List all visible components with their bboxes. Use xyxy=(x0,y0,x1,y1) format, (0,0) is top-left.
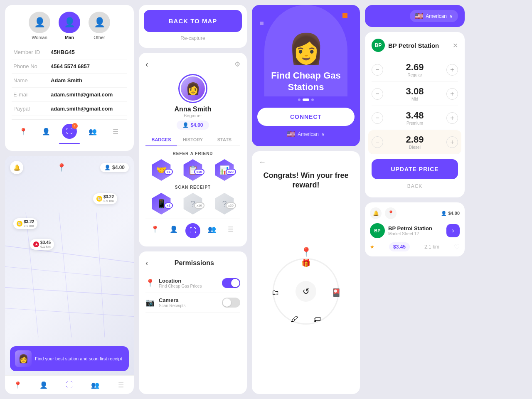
diesel-minus[interactable]: − xyxy=(372,136,383,148)
bsc-bell-icon[interactable]: 🔔 xyxy=(370,207,382,219)
hero-title: Find Cheap Gas Stations xyxy=(252,70,360,94)
column-3: 👩 Find Cheap Gas Stations CONNECT 🇺🇸 Ame… xyxy=(252,5,360,394)
map-nav-location[interactable]: 📍 xyxy=(10,379,25,391)
congrats-back-arrow[interactable]: ← xyxy=(259,158,353,167)
map-nav-menu[interactable]: ☰ xyxy=(113,379,128,391)
bsc-favorite-button[interactable]: ♡ xyxy=(454,243,460,251)
top-chevron: ∨ xyxy=(449,13,453,19)
diesel-type: Diesel xyxy=(383,145,446,150)
avatar-man[interactable]: 👤 Man xyxy=(59,12,80,40)
tab-stats[interactable]: STATS xyxy=(209,134,240,145)
location-toggle[interactable] xyxy=(222,278,240,288)
country-select[interactable]: 🇺🇸 American ∨ xyxy=(410,10,458,22)
hero-chevron: ∨ xyxy=(321,131,325,137)
camera-perm-icon: 📷 xyxy=(145,298,155,307)
back-link[interactable]: BACK xyxy=(372,179,458,191)
price-value-1: $3.22 xyxy=(103,195,114,199)
profile-fields: Member ID 45HBG45 Phone No 4564 5574 685… xyxy=(12,45,127,116)
wheel-item-2: 🎴 xyxy=(328,285,344,300)
camera-toggle[interactable] xyxy=(222,298,240,308)
mid-price: 3.08 xyxy=(383,86,446,97)
tab-expand-icon[interactable]: ⛶ 1 xyxy=(62,124,77,139)
mid-minus[interactable]: − xyxy=(372,88,383,100)
email-field: E-mail adam.smith@gmail.com xyxy=(12,88,127,102)
column-1: 👤 Woman 👤 Man 👤 Other Member ID 45HBG45 … xyxy=(5,5,134,394)
premium-price-block: 3.48 Premium xyxy=(383,110,446,126)
notification-badge: 1 xyxy=(72,123,78,129)
badges-card: ‹ ⚙ 👩 Anna Smith Beginner 👤 $4.00 BADGES… xyxy=(139,53,247,246)
map-nav-friends[interactable]: 👥 xyxy=(88,379,103,391)
tab-history[interactable]: HISTORY xyxy=(177,134,209,145)
perm-camera-desc: Scan Receipts xyxy=(159,303,218,308)
promo-illustration: 👩 xyxy=(15,350,32,367)
perm-location-desc: Find Cheap Gas Prices xyxy=(159,284,218,288)
other-avatar-circle: 👤 xyxy=(89,12,110,33)
bsc-top-bar: 🔔 📍 👤 $4.00 xyxy=(370,207,460,219)
regular-price-block: 2.69 Regular xyxy=(383,62,446,77)
badge-scan-count-3: x20 xyxy=(226,202,236,209)
bsc-navigate-button[interactable]: › xyxy=(446,224,460,237)
name-label: Name xyxy=(13,77,51,84)
badges-tabs: BADGES HISTORY STATS xyxy=(145,134,240,146)
regular-plus[interactable]: + xyxy=(446,64,458,76)
update-price-button[interactable]: UPDATE PRICE xyxy=(372,159,458,179)
wheel-center: ↺ xyxy=(296,281,316,302)
profile-card: 👤 Woman 👤 Man 👤 Other Member ID 45HBG45 … xyxy=(5,5,134,151)
bsc-pin-icon[interactable]: 📍 xyxy=(385,207,397,219)
fuel-row-mid: − 3.08 Mid + xyxy=(372,82,458,106)
avatar-woman[interactable]: 👤 Woman xyxy=(29,12,50,40)
badge-count-1: x1 xyxy=(164,169,173,175)
bsc-distance: 2.1 km xyxy=(424,244,439,250)
diesel-plus[interactable]: + xyxy=(446,136,458,148)
texaco-logo: ★ xyxy=(33,241,39,247)
bnav-user[interactable]: 👤 xyxy=(166,223,181,235)
diesel-price-block: 2.89 Diesel xyxy=(383,134,446,150)
tab-friends-icon[interactable]: 👥 xyxy=(85,124,100,139)
bnav-expand[interactable]: ⛶ xyxy=(185,223,200,238)
hero-flag: 🇺🇸 xyxy=(287,130,295,138)
notification-bell[interactable]: 🔔 xyxy=(10,161,23,174)
back-arrow-icon[interactable]: ‹ xyxy=(145,59,148,69)
tab-user-icon[interactable]: 👤 xyxy=(39,124,54,139)
fuel-row-premium: − 3.48 Premium + xyxy=(372,106,458,130)
perm-camera-text: Camera Scan Receipts xyxy=(159,297,218,308)
fuel-row-diesel: − 2.89 Diesel + xyxy=(368,130,461,154)
tab-badges[interactable]: BADGES xyxy=(145,134,177,146)
tab-location-icon[interactable]: 📍 xyxy=(16,124,31,139)
congrats-title: Congrats! Win your free reward! xyxy=(259,171,353,190)
premium-plus[interactable]: + xyxy=(446,112,458,124)
price-tag-2-info: $3.22 0.9 km xyxy=(24,219,34,228)
perm-back-arrow[interactable]: ‹ xyxy=(145,258,148,268)
bnav-location[interactable]: 📍 xyxy=(148,223,163,235)
man-label: Man xyxy=(65,35,74,40)
reward-wheel: 📍 ↺ 🎁 🎴 🏷 🖊 🗂 xyxy=(259,195,353,387)
deco-circle-1 xyxy=(342,13,347,18)
bnav-menu[interactable]: ☰ xyxy=(223,223,238,235)
tab-underline xyxy=(59,143,80,144)
close-button[interactable]: ✕ xyxy=(453,42,458,49)
svg-line-0 xyxy=(5,246,134,263)
badge-scan-count-2: x10 xyxy=(194,202,204,209)
user-avatar-inner: 👩 xyxy=(181,76,205,101)
connect-button[interactable]: CONNECT xyxy=(257,108,355,126)
map-nav-user[interactable]: 👤 xyxy=(36,379,51,391)
avatar-other[interactable]: 👤 Other xyxy=(89,12,110,40)
wheel-circle: 📍 ↺ 🎁 🎴 🏷 🖊 🗂 xyxy=(273,258,339,325)
promo-banner: 👩 Find your best station and scan first … xyxy=(10,346,129,371)
member-id-field: Member ID 45HBG45 xyxy=(12,45,127,59)
hero-card: 👩 Find Cheap Gas Stations CONNECT 🇺🇸 Ame… xyxy=(252,5,360,146)
bnav-friends[interactable]: 👥 xyxy=(204,223,219,235)
perm-camera: 📷 Camera Scan Receipts xyxy=(145,293,240,313)
name-field: Name Adam Smith xyxy=(12,74,127,88)
regular-minus[interactable]: − xyxy=(372,64,383,76)
map-nav-expand[interactable]: ⛶ xyxy=(62,379,77,391)
woman-label: Woman xyxy=(32,35,47,40)
premium-minus[interactable]: − xyxy=(372,112,383,124)
tab-menu-icon[interactable]: ☰ xyxy=(108,124,123,139)
settings-icon[interactable]: ⚙ xyxy=(234,60,240,68)
regular-type: Regular xyxy=(383,73,446,77)
shell-logo-2: 🐚 xyxy=(17,221,22,227)
bsc-station-row: BP BP Petrol Station Market Street 12 › xyxy=(370,223,460,238)
back-to-map-button[interactable]: BACK TO MAP xyxy=(144,10,242,32)
mid-plus[interactable]: + xyxy=(446,88,458,100)
